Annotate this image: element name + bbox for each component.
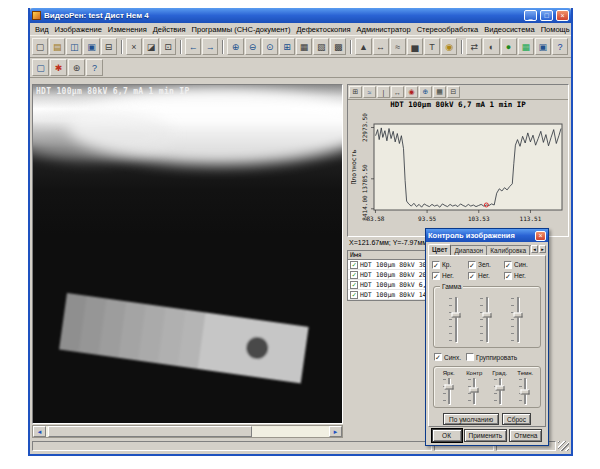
- plot-profile-icon[interactable]: ≈: [363, 86, 376, 98]
- scroll-right-button[interactable]: ►: [329, 426, 342, 437]
- gamma-1-slider[interactable]: [449, 296, 463, 343]
- resize-grip[interactable]: [558, 441, 569, 451]
- tab-scroll-arrow-icon[interactable]: ◂: [531, 245, 538, 253]
- tab-Калибровка[interactable]: Калибровка: [486, 245, 530, 255]
- settings-icon[interactable]: ⊛: [68, 59, 85, 76]
- adjust-slider[interactable]: [443, 377, 455, 405]
- plot-cursor-icon[interactable]: |: [377, 86, 390, 98]
- save-icon[interactable]: ◫: [66, 38, 82, 55]
- save-all-icon[interactable]: ▣: [83, 38, 99, 55]
- slider-track[interactable]: [517, 297, 519, 342]
- minimize-button[interactable]: _: [524, 10, 537, 21]
- menu-item[interactable]: Администратор: [354, 25, 414, 34]
- palette-tool-icon[interactable]: ●: [501, 38, 517, 55]
- option-checkbox[interactable]: ✓Синх.: [434, 353, 461, 361]
- layer-checkbox[interactable]: ✓: [350, 261, 358, 269]
- slider-thumb[interactable]: [451, 312, 460, 317]
- scroll-left-button[interactable]: ◄: [33, 426, 46, 437]
- slider-track[interactable]: [448, 378, 450, 404]
- redo-icon[interactable]: →: [202, 38, 218, 55]
- undo-icon[interactable]: ←: [185, 38, 201, 55]
- slider-thumb[interactable]: [470, 387, 479, 392]
- close-button[interactable]: ×: [556, 10, 569, 21]
- cut-icon[interactable]: ×: [126, 38, 142, 55]
- default-button[interactable]: По умолчанию: [443, 413, 499, 425]
- zoom-actual-icon[interactable]: ⊙: [262, 38, 278, 55]
- menu-item[interactable]: Изображение: [52, 25, 105, 34]
- zoom-fit-icon[interactable]: ⊞: [279, 38, 295, 55]
- paste-icon[interactable]: ⊡: [160, 38, 176, 55]
- pointer-tool-icon[interactable]: ▲: [355, 38, 371, 55]
- grid-view-icon[interactable]: ▦: [296, 38, 312, 55]
- tab-scroll-arrow-icon[interactable]: ▸: [539, 245, 546, 253]
- slider-thumb[interactable]: [514, 312, 523, 317]
- apply-button[interactable]: Применить: [464, 429, 508, 442]
- maximize-button[interactable]: □: [540, 10, 553, 21]
- monitor-view-icon[interactable]: ▣: [535, 38, 551, 55]
- tab-Диапазон[interactable]: Диапазон: [450, 245, 487, 255]
- menu-item[interactable]: Изменения: [105, 25, 150, 34]
- cancel-button[interactable]: Отмена: [509, 429, 542, 442]
- adjust-slider[interactable]: [468, 377, 480, 405]
- open-folder-icon[interactable]: ▤: [49, 38, 65, 55]
- slider-thumb[interactable]: [495, 386, 504, 391]
- profile-tool-icon[interactable]: ≈: [390, 38, 406, 55]
- menu-item[interactable]: Стереообработка: [414, 25, 482, 34]
- cascade-windows-icon[interactable]: ▩: [330, 38, 346, 55]
- channel-checkbox[interactable]: ✓Нег.: [432, 272, 468, 280]
- plot-marker-icon[interactable]: ◉: [405, 86, 418, 98]
- menu-item[interactable]: Видеосистема: [481, 25, 537, 34]
- zoom-in-icon[interactable]: ⊕: [227, 38, 243, 55]
- plot-zoom-icon[interactable]: ⊕: [419, 86, 432, 98]
- layer-checkbox[interactable]: ✓: [350, 281, 358, 289]
- layer-checkbox[interactable]: ✓: [350, 271, 358, 279]
- slider-track[interactable]: [499, 378, 501, 404]
- help-icon[interactable]: ?: [552, 38, 568, 55]
- tile-windows-icon[interactable]: ▧: [313, 38, 329, 55]
- radiograph-panel[interactable]: HDT 100µm 80kV 6,7 mA 1 min IP: [32, 84, 343, 424]
- tab-Цвет[interactable]: Цвет: [428, 244, 451, 255]
- channel-checkbox[interactable]: ✓Син.: [504, 261, 540, 269]
- link-stations-icon[interactable]: ✱: [50, 59, 67, 76]
- histogram-tool-icon[interactable]: ▅: [407, 38, 423, 55]
- export-page-icon[interactable]: ▢: [32, 59, 49, 76]
- profile-chart[interactable]: 83.5893.55103.53113.5122973.5013785.5084…: [348, 110, 568, 236]
- titlebar[interactable]: ВидеоРен: test Дист Нем 4 _ □ ×: [30, 8, 571, 23]
- slider-track[interactable]: [486, 297, 488, 342]
- plot-range-icon[interactable]: ↔: [391, 86, 404, 98]
- capture-tool-icon[interactable]: ▦: [518, 38, 534, 55]
- reset-button[interactable]: Сброс: [502, 413, 531, 425]
- ok-button[interactable]: ОК: [432, 429, 462, 442]
- measure-tool-icon[interactable]: ↔: [373, 38, 389, 55]
- print-icon[interactable]: ⊟: [101, 38, 117, 55]
- channel-checkbox[interactable]: ✓Зел.: [468, 261, 504, 269]
- text-tool-icon[interactable]: T: [424, 38, 440, 55]
- slider-thumb[interactable]: [444, 384, 453, 389]
- plot-print-icon[interactable]: ⊟: [447, 86, 460, 98]
- plot-grid-icon[interactable]: ⊞: [349, 86, 362, 98]
- zoom-out-icon[interactable]: ⊖: [245, 38, 261, 55]
- menu-item[interactable]: Вид: [32, 25, 52, 34]
- slider-track[interactable]: [455, 297, 457, 342]
- option-checkbox[interactable]: Группировать: [466, 353, 517, 361]
- copy-icon[interactable]: ◪: [143, 38, 159, 55]
- scrollbar-thumb[interactable]: [48, 426, 252, 437]
- menu-item[interactable]: Дефектоскопия: [293, 25, 353, 34]
- layer-checkbox[interactable]: ✓: [350, 291, 358, 299]
- gamma-2-slider[interactable]: [480, 296, 494, 343]
- menu-item[interactable]: Программы (СНС-документ): [189, 25, 294, 34]
- invert-tool-icon[interactable]: ◐: [483, 38, 499, 55]
- marker-tool-icon[interactable]: ◉: [441, 38, 457, 55]
- horizontal-scrollbar[interactable]: ◄ ►: [32, 425, 343, 438]
- dialog-close-icon[interactable]: ×: [535, 231, 546, 241]
- gamma-3-slider[interactable]: [511, 296, 525, 343]
- rotate-tool-icon[interactable]: ⇄: [466, 38, 482, 55]
- channel-checkbox[interactable]: ✓Нег.: [504, 272, 540, 280]
- adjust-slider[interactable]: [494, 377, 506, 405]
- channel-checkbox[interactable]: ✓Нег.: [468, 272, 504, 280]
- menu-item[interactable]: Помощь: [538, 25, 571, 34]
- dialog-titlebar[interactable]: Контроль изображения ×: [426, 229, 548, 242]
- slider-thumb[interactable]: [521, 390, 530, 395]
- adjust-slider[interactable]: [519, 377, 531, 405]
- new-document-icon[interactable]: ▢: [32, 38, 48, 55]
